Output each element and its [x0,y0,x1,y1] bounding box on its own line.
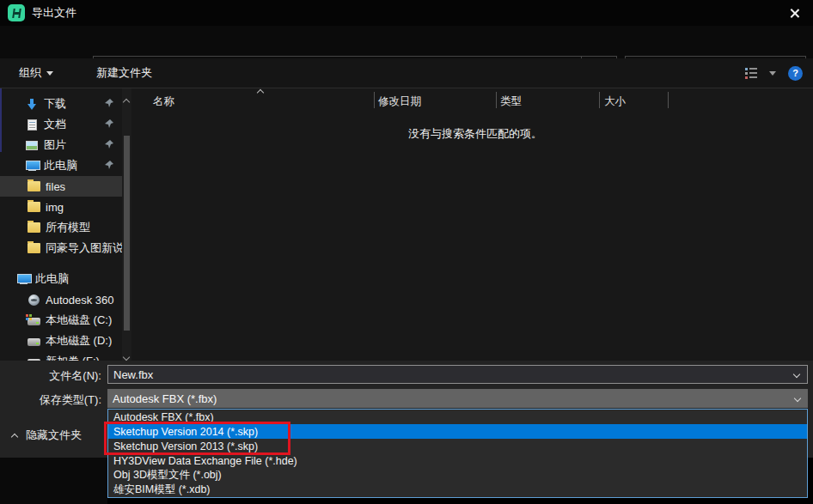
app-logo-icon [8,4,25,21]
column-header-type[interactable]: 类型 [500,94,522,109]
file-list: 名称 修改日期 类型 大小 没有与搜索条件匹配的项。 [138,88,813,361]
computer-icon [17,274,30,285]
picture-icon [26,141,38,150]
folder-icon [28,181,40,191]
sidebar-item-all-models[interactable]: 所有模型 [0,217,122,238]
sidebar-item-new-volume[interactable]: 新加卷 (F:) [0,351,122,361]
sidebar-item-documents[interactable]: 文档 [0,114,122,135]
details-view-icon[interactable] [745,68,757,78]
command-toolbar: 组织 新建文件夹 ? [0,58,813,88]
column-divider[interactable] [599,92,600,108]
sidebar-item-downloads[interactable]: 下载 [0,94,122,114]
chevron-down-icon[interactable] [794,395,801,402]
help-icon: ? [792,68,798,78]
column-header-date[interactable]: 修改日期 [378,94,421,109]
pin-icon [105,99,113,107]
sidebar-item-disk-c[interactable]: 本地磁盘 (C:) [0,310,122,331]
computer-icon [26,161,39,172]
chevron-down-icon[interactable] [793,371,800,378]
empty-results-message: 没有与搜索条件匹配的项。 [138,126,813,142]
savetype-label: 保存类型(T): [15,392,101,408]
sidebar-item-img[interactable]: img [0,197,122,217]
drive-icon [28,338,40,346]
sort-ascending-icon [257,89,264,96]
hide-folders-button[interactable]: 隐藏文件夹 [12,428,82,443]
navigation-bar: ← → ↑ 此电脑 桌面 files 路易导出模型 [0,26,813,58]
folder-icon [28,202,40,212]
filetype-option-xdb[interactable]: 雄安BIM模型 (*.xdb) [108,483,807,497]
pin-icon [105,119,113,128]
sidebar-item-disk-d[interactable]: 本地磁盘 (D:) [0,331,122,351]
sidebar-scrollbar[interactable] [122,88,131,361]
chevron-down-icon [46,71,53,76]
annotation-red-box [104,422,290,455]
download-icon [28,99,36,110]
filename-combobox[interactable] [107,365,808,384]
dialog-bottom-gap [0,458,107,504]
sidebar-item-autodesk-360[interactable]: Autodesk 360 [0,289,122,310]
filetype-option-obj[interactable]: Obj 3D模型文件 (*.obj) [108,468,807,483]
filetype-option-hde[interactable]: HY3DView Data Exchange File (*.hde) [108,453,807,468]
scroll-down-icon[interactable] [124,348,129,361]
new-folder-label: 新建文件夹 [96,65,152,81]
pin-icon [105,140,113,149]
close-icon [789,8,800,19]
sidebar-item-pictures[interactable]: 图片 [0,135,122,155]
sidebar: 下载 文档 图片 此电脑 files img 所有模型 [0,88,138,361]
scrollbar-thumb[interactable] [124,136,130,331]
column-divider[interactable] [496,92,497,108]
close-button[interactable] [782,3,806,22]
pin-icon [105,161,113,169]
column-header-name[interactable]: 名称 [153,94,174,109]
sidebar-item-this-pc-quick[interactable]: 此电脑 [0,155,122,176]
sidebar-item-files[interactable]: files [0,176,122,197]
scroll-up-icon[interactable] [124,93,129,108]
column-divider[interactable] [668,92,669,108]
filename-input[interactable] [108,368,794,381]
main-area: 下载 文档 图片 此电脑 files img 所有模型 [0,88,813,361]
folder-icon [28,222,40,233]
hide-folders-label: 隐藏文件夹 [26,428,82,443]
savetype-value: Autodesk FBX (*.fbx) [107,392,217,405]
savetype-combobox[interactable]: Autodesk FBX (*.fbx) [107,389,808,408]
chevron-up-icon [11,433,18,440]
sidebar-item-this-pc[interactable]: 此电脑 [0,269,122,289]
column-divider[interactable] [374,92,375,108]
column-header-size[interactable]: 大小 [604,94,626,109]
help-button[interactable]: ? [788,66,803,81]
organize-button[interactable]: 组织 [10,65,62,81]
new-folder-button[interactable]: 新建文件夹 [88,65,161,81]
document-icon [28,119,37,131]
window-title: 导出文件 [32,5,76,21]
organize-label: 组织 [19,65,41,81]
autodesk-360-icon [28,295,40,306]
filename-label: 文件名(N): [15,368,101,384]
title-bar: 导出文件 [0,0,813,26]
view-options-chevron-icon[interactable] [769,71,776,76]
sidebar-item-tonghao[interactable]: 同豪导入图新说 [0,238,122,258]
folder-icon [28,243,40,253]
system-drive-icon [28,318,40,325]
